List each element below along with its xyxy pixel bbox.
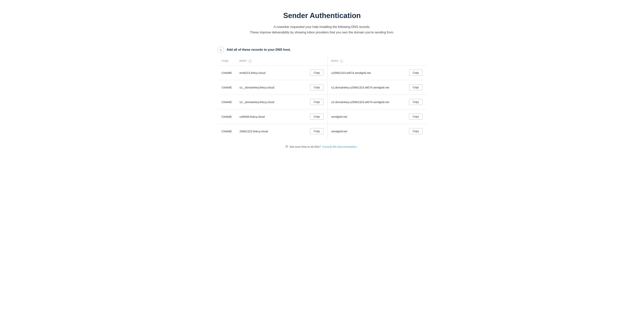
col-type-header: TYPE [218,57,236,65]
cell-data-2: s2.domainkey.u25661323.wl074.sendgrid.ne… [327,95,405,109]
col-copy-data-header [405,57,426,65]
col-data-header: DATA i [327,57,405,65]
cell-type-1: CNAME [218,80,236,95]
cell-host-3: url9938.linkcy.cloud [236,109,306,124]
footer-note-text: Not sure how to do this? [290,145,321,148]
copy-data-button-4[interactable]: Copy [409,128,422,134]
cell-data-4: sendgrid.net [327,124,405,139]
dns-table: TYPE HOST i DATA i CNAME [218,57,426,139]
footer-note: ⚙ Not sure how to do this? Consult the d… [218,145,426,149]
table-row: CNAME url9938.linkcy.cloud Copy sendgrid… [218,109,426,124]
copy-host-button-2[interactable]: Copy [310,99,324,105]
cell-copy-host-3: Copy [306,109,327,124]
copy-data-button-2[interactable]: Copy [409,99,422,105]
cell-host-2: s2._domainkey.linkcy.cloud [236,95,306,109]
copy-data-button-0[interactable]: Copy [409,70,422,76]
copy-host-button-1[interactable]: Copy [310,84,324,90]
step-header: 1 Add all of these records to your DNS h… [218,46,426,53]
col-copy-host-header [306,57,327,65]
gear-icon: ⚙ [285,145,288,149]
footer-suffix: . [358,145,359,148]
cell-copy-host-0: Copy [306,65,327,80]
cell-data-1: s1.domainkey.u25661323.wl074.sendgrid.ne… [327,80,405,95]
cell-host-4: 25661323.linkcy.cloud [236,124,306,139]
cell-copy-host-2: Copy [306,95,327,109]
table-header-row: TYPE HOST i DATA i [218,57,426,65]
table-row: CNAME s1._domainkey.linkcy.cloud Copy s1… [218,80,426,95]
page-title: Sender Authentication [218,11,426,20]
consult-documentation-link[interactable]: Consult the documentation [322,145,356,148]
host-info-icon: i [249,60,252,63]
subtitle-line-2: These improve deliverability by showing … [218,30,426,35]
cell-copy-data-3: Copy [405,109,426,124]
cell-type-4: CNAME [218,124,236,139]
header-section: Sender Authentication A coworker request… [218,11,426,35]
copy-host-button-4[interactable]: Copy [310,128,324,134]
cell-copy-data-1: Copy [405,80,426,95]
cell-copy-data-4: Copy [405,124,426,139]
cell-copy-host-4: Copy [306,124,327,139]
copy-data-button-3[interactable]: Copy [409,113,422,120]
cell-type-2: CNAME [218,95,236,109]
step-section: 1 Add all of these records to your DNS h… [218,46,426,149]
cell-data-0: u25661323.wl074.sendgrid.net [327,65,405,80]
cell-data-3: sendgrid.net [327,109,405,124]
cell-copy-data-0: Copy [405,65,426,80]
table-row: CNAME s2._domainkey.linkcy.cloud Copy s2… [218,95,426,109]
subtitle-line-1: A coworker requested your help installin… [218,24,426,30]
table-row: CNAME 25661323.linkcy.cloud Copy sendgri… [218,124,426,139]
step-number: 1 [218,46,224,53]
copy-data-button-1[interactable]: Copy [409,84,422,90]
data-info-icon: i [340,60,343,63]
copy-host-button-3[interactable]: Copy [310,113,324,120]
step-label: Add all of these records to your DNS hos… [227,48,291,52]
col-host-header: HOST i [236,57,306,65]
page-container: Sender Authentication A coworker request… [218,11,426,149]
cell-copy-data-2: Copy [405,95,426,109]
cell-type-0: CNAME [218,65,236,80]
copy-host-button-0[interactable]: Copy [310,70,324,76]
table-row: CNAME em8223.linkcy.cloud Copy u25661323… [218,65,426,80]
cell-type-3: CNAME [218,109,236,124]
cell-copy-host-1: Copy [306,80,327,95]
cell-host-0: em8223.linkcy.cloud [236,65,306,80]
cell-host-1: s1._domainkey.linkcy.cloud [236,80,306,95]
